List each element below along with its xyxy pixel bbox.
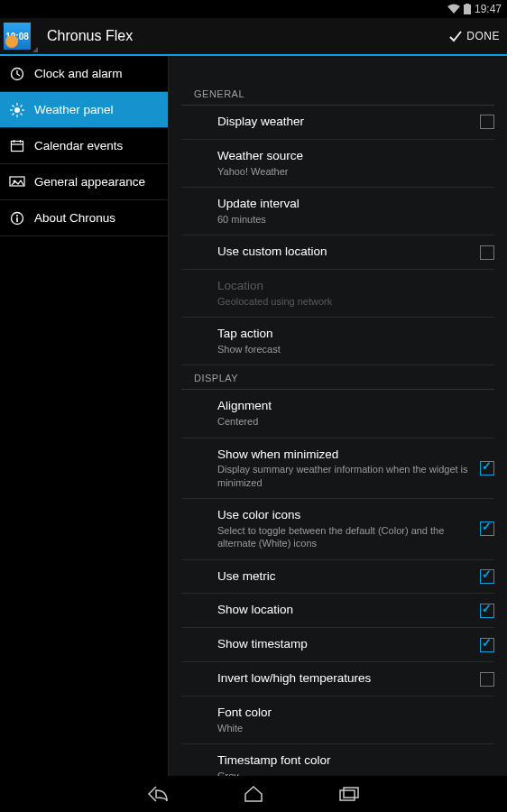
checkbox[interactable] (480, 569, 494, 584)
setting-weather-source[interactable]: Weather source Yahoo! Weather (181, 140, 494, 188)
setting-subtitle: Select to toggle between the default (Co… (217, 524, 482, 550)
setting-title: Use color icons (217, 508, 482, 523)
section-header-general: GENERAL (181, 81, 494, 106)
info-icon (9, 210, 25, 226)
setting-use-metric[interactable]: Use metric (181, 560, 494, 595)
sidebar-item-general-appearance[interactable]: General appearance (0, 164, 168, 200)
app-icon[interactable]: 10:08 (4, 23, 31, 50)
setting-subtitle: 60 minutes (217, 213, 482, 226)
sidebar-item-about-chronus[interactable]: About Chronus (0, 200, 168, 236)
spinner-indicator-icon (32, 47, 38, 52)
appearance-icon (9, 174, 25, 190)
svg-rect-0 (464, 5, 471, 14)
setting-title: Alignment (217, 399, 482, 414)
setting-invert-temps[interactable]: Invert low/high temperatures (181, 662, 494, 697)
setting-tap-action[interactable]: Tap action Show forecast (181, 318, 494, 365)
checkbox[interactable] (480, 672, 494, 687)
svg-line-8 (13, 105, 14, 106)
setting-title: Show timestamp (217, 637, 482, 652)
setting-title: Show location (217, 603, 482, 618)
setting-title: Show when minimized (217, 448, 482, 463)
checkbox[interactable] (480, 604, 494, 618)
recents-icon (339, 787, 359, 801)
sidebar-item-label: About Chronus (34, 211, 115, 225)
setting-timestamp-font-color[interactable]: Timestamp font color Grey (181, 744, 494, 776)
setting-alignment[interactable]: Alignment Centered (181, 390, 494, 438)
setting-title: Tap action (217, 327, 482, 342)
setting-title: Timestamp font color (217, 753, 482, 769)
svg-line-9 (21, 113, 23, 115)
sidebar-item-label: General appearance (34, 175, 145, 189)
settings-content: GENERAL Display weather Weather source Y… (169, 56, 507, 776)
svg-point-3 (14, 107, 20, 113)
sidebar-item-label: Weather panel (34, 103, 114, 116)
setting-subtitle: Yahoo! Weather (217, 165, 482, 178)
sidebar-item-weather-panel[interactable]: Weather panel (0, 92, 168, 128)
setting-subtitle: Show forecast (217, 343, 482, 355)
setting-title: Update interval (217, 197, 482, 212)
setting-subtitle: White (217, 722, 482, 734)
setting-subtitle: Grey (217, 770, 482, 776)
setting-show-location[interactable]: Show location (181, 594, 494, 628)
sidebar-item-label: Calendar events (34, 139, 123, 152)
sidebar-item-label: Clock and alarm (34, 67, 123, 80)
svg-rect-21 (340, 790, 355, 800)
wifi-icon (447, 4, 460, 14)
setting-subtitle: Centered (217, 415, 482, 428)
setting-title: Font color (217, 706, 482, 721)
setting-use-color-icons[interactable]: Use color icons Select to toggle between… (181, 499, 494, 559)
status-time: 19:47 (475, 3, 502, 15)
battery-icon (464, 4, 471, 14)
setting-update-interval[interactable]: Update interval 60 minutes (181, 188, 494, 235)
sidebar: Clock and alarm Weather panel Calendar e… (0, 56, 169, 776)
setting-title: Use metric (217, 569, 482, 585)
checkbox[interactable] (480, 638, 494, 652)
setting-use-custom-location[interactable]: Use custom location (181, 235, 494, 270)
setting-title: Weather source (217, 149, 482, 164)
setting-font-color[interactable]: Font color White (181, 697, 494, 744)
calendar-icon (9, 138, 25, 154)
sun-icon (9, 102, 25, 118)
svg-line-11 (21, 105, 23, 106)
back-button[interactable] (146, 782, 170, 806)
setting-title: Location (217, 279, 482, 294)
checkbox[interactable] (480, 521, 494, 536)
svg-rect-22 (344, 788, 358, 798)
svg-rect-1 (466, 4, 469, 5)
setting-show-when-minimized[interactable]: Show when minimized Display summary weat… (181, 438, 494, 499)
setting-subtitle: Geolocated using network (217, 295, 482, 308)
section-header-display: DISPLAY (181, 365, 494, 390)
navigation-bar (0, 776, 507, 812)
setting-display-weather[interactable]: Display weather (181, 106, 494, 140)
sidebar-item-clock-and-alarm[interactable]: Clock and alarm (0, 56, 168, 92)
back-icon (147, 786, 169, 802)
status-bar: 19:47 (0, 0, 507, 18)
home-icon (244, 786, 263, 802)
checkmark-icon (448, 29, 463, 43)
checkbox[interactable] (480, 245, 494, 260)
setting-location: Location Geolocated using network (181, 270, 494, 318)
checkbox[interactable] (480, 461, 494, 475)
setting-subtitle: Display summary weather information when… (217, 463, 482, 489)
clock-icon (9, 66, 25, 82)
svg-rect-20 (16, 217, 18, 222)
sidebar-item-calendar-events[interactable]: Calendar events (0, 128, 168, 164)
checkbox[interactable] (480, 115, 494, 129)
svg-line-10 (13, 113, 14, 115)
setting-title: Display weather (217, 115, 482, 130)
done-button[interactable]: DONE (447, 25, 502, 47)
svg-rect-12 (12, 141, 23, 151)
app-bar: 10:08 Chronus Flex DONE (0, 18, 507, 56)
setting-title: Use custom location (217, 245, 482, 260)
svg-point-19 (16, 215, 18, 217)
home-button[interactable] (242, 782, 265, 806)
done-label: DONE (466, 30, 500, 42)
setting-title: Invert low/high temperatures (217, 671, 482, 687)
recents-button[interactable] (337, 782, 361, 806)
app-title: Chronus Flex (47, 28, 133, 44)
setting-show-timestamp[interactable]: Show timestamp (181, 628, 494, 662)
